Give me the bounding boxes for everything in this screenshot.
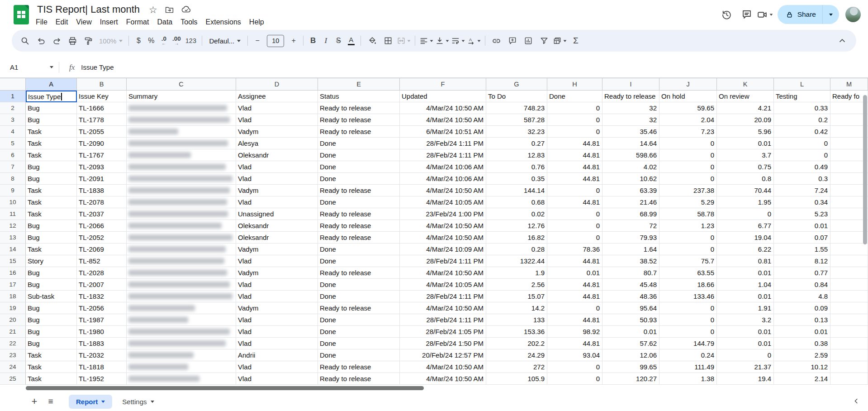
cell-B3[interactable]: TL-1778: [77, 114, 127, 126]
cell-M7[interactable]: [830, 161, 868, 173]
row-header-8[interactable]: 8: [0, 173, 26, 185]
vertical-align-control[interactable]: [434, 33, 450, 49]
cell-G19[interactable]: 14.2: [486, 302, 547, 314]
cell-L18[interactable]: 4.8: [774, 291, 830, 302]
cell-L24[interactable]: 10.12: [774, 361, 830, 373]
cell-G10[interactable]: 0.68: [486, 196, 547, 208]
cell-C16[interactable]: [127, 267, 236, 279]
menu-help[interactable]: Help: [245, 17, 268, 28]
cell-D4[interactable]: Vadym: [236, 126, 318, 138]
cell-A24[interactable]: Task: [26, 361, 77, 373]
cell-K22[interactable]: 0.01: [717, 338, 774, 349]
horizontal-scrollbar[interactable]: [26, 386, 424, 390]
column-header-G[interactable]: G: [486, 78, 547, 91]
cell-D19[interactable]: Vadym: [236, 302, 318, 314]
cell-I18[interactable]: 48.36: [602, 291, 659, 302]
cell-J23[interactable]: 0.24: [659, 349, 717, 361]
cell-B18[interactable]: TL-1832: [77, 291, 127, 302]
insert-comment-icon[interactable]: [504, 33, 520, 49]
insert-chart-icon[interactable]: [520, 33, 536, 49]
cell-G14[interactable]: 0.28: [486, 244, 547, 255]
cell-K19[interactable]: 1.91: [717, 302, 774, 314]
cell-A1[interactable]: Issue Type: [26, 91, 77, 102]
column-header-D[interactable]: D: [236, 78, 318, 91]
cell-D5[interactable]: Alesya: [236, 138, 318, 149]
column-header-C[interactable]: C: [127, 78, 236, 91]
cell-K2[interactable]: 4.21: [717, 102, 774, 114]
cell-J10[interactable]: 5.29: [659, 196, 717, 208]
cell-J13[interactable]: 0: [659, 232, 717, 244]
column-header-K[interactable]: K: [717, 78, 774, 91]
cell-I16[interactable]: 80.7: [602, 267, 659, 279]
cell-B6[interactable]: TL-1767: [77, 149, 127, 161]
cell-I12[interactable]: 72: [602, 220, 659, 232]
cell-H15[interactable]: 44.81: [547, 255, 602, 267]
cell-K6[interactable]: 3.7: [717, 149, 774, 161]
cell-G20[interactable]: 133: [486, 314, 547, 326]
cell-D21[interactable]: Vlad: [236, 326, 318, 338]
cell-A21[interactable]: Bug: [26, 326, 77, 338]
cell-L20[interactable]: 0.13: [774, 314, 830, 326]
cell-G1[interactable]: To Do: [486, 91, 547, 102]
cell-E19[interactable]: Ready to release: [318, 302, 400, 314]
cell-M24[interactable]: [830, 361, 868, 373]
cell-C3[interactable]: [127, 114, 236, 126]
cell-L8[interactable]: 0.3: [774, 173, 830, 185]
cell-B10[interactable]: TL-2078: [77, 196, 127, 208]
cell-A9[interactable]: Task: [26, 185, 77, 196]
horizontal-align-control[interactable]: [418, 33, 434, 49]
cell-I2[interactable]: 32: [602, 102, 659, 114]
cell-H5[interactable]: 44.81: [547, 138, 602, 149]
row-header-6[interactable]: 6: [0, 149, 26, 161]
text-color-button[interactable]: A: [345, 33, 357, 49]
cell-A25[interactable]: Task: [26, 373, 77, 385]
cell-D23[interactable]: Andrii: [236, 349, 318, 361]
cell-A20[interactable]: Bug: [26, 314, 77, 326]
cell-M5[interactable]: [830, 138, 868, 149]
cell-I4[interactable]: 35.46: [602, 126, 659, 138]
row-header-13[interactable]: 13: [0, 232, 26, 244]
cell-K1[interactable]: On review: [717, 91, 774, 102]
move-folder-icon[interactable]: [165, 5, 174, 14]
column-header-I[interactable]: I: [602, 78, 659, 91]
cell-A19[interactable]: Bug: [26, 302, 77, 314]
cell-F20[interactable]: 28/Feb/24 1:11 PM: [400, 314, 486, 326]
share-button[interactable]: Share: [778, 5, 839, 24]
cell-C20[interactable]: [127, 314, 236, 326]
cell-F16[interactable]: 4/Mar/24 10:50 AM: [400, 267, 486, 279]
cell-B9[interactable]: TL-1838: [77, 185, 127, 196]
cell-H4[interactable]: 0: [547, 126, 602, 138]
cell-L9[interactable]: 7.24: [774, 185, 830, 196]
cell-E12[interactable]: Ready to release: [318, 220, 400, 232]
cell-L12[interactable]: 0.01: [774, 220, 830, 232]
sheets-logo-icon[interactable]: [14, 5, 29, 24]
cell-D17[interactable]: Vlad: [236, 279, 318, 291]
undo-icon[interactable]: [33, 33, 49, 49]
cell-J5[interactable]: 0: [659, 138, 717, 149]
cell-M12[interactable]: [830, 220, 868, 232]
cell-H24[interactable]: 0: [547, 361, 602, 373]
cell-J14[interactable]: 0: [659, 244, 717, 255]
cell-K3[interactable]: 20.09: [717, 114, 774, 126]
cell-G17[interactable]: 2.56: [486, 279, 547, 291]
tab-report[interactable]: Report: [69, 395, 112, 409]
cell-C2[interactable]: [127, 102, 236, 114]
cell-L17[interactable]: 0.84: [774, 279, 830, 291]
cell-M20[interactable]: [830, 314, 868, 326]
cell-C6[interactable]: [127, 149, 236, 161]
cell-C9[interactable]: [127, 185, 236, 196]
cell-I13[interactable]: 79.93: [602, 232, 659, 244]
cell-B15[interactable]: TL-852: [77, 255, 127, 267]
cell-A18[interactable]: Sub-task: [26, 291, 77, 302]
cell-K11[interactable]: 0: [717, 208, 774, 220]
cell-E21[interactable]: Done: [318, 326, 400, 338]
cell-C23[interactable]: [127, 349, 236, 361]
row-header-23[interactable]: 23: [0, 349, 26, 361]
cell-E4[interactable]: Ready to release: [318, 126, 400, 138]
cell-B24[interactable]: TL-1818: [77, 361, 127, 373]
cell-I25[interactable]: 120.27: [602, 373, 659, 385]
cell-C5[interactable]: [127, 138, 236, 149]
cell-H19[interactable]: 0: [547, 302, 602, 314]
cell-H20[interactable]: 44.81: [547, 314, 602, 326]
cell-K20[interactable]: 3.2: [717, 314, 774, 326]
